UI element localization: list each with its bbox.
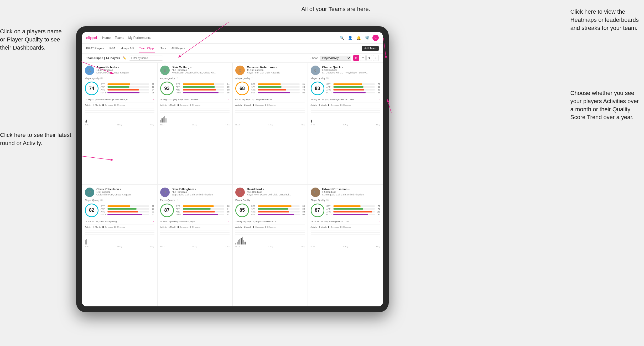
player-name[interactable]: Dave Billingham ● (172, 188, 230, 191)
add-team-button[interactable]: Add Team (362, 46, 379, 51)
player-name[interactable]: Cameron Robertson ● (247, 66, 305, 69)
player-card-3[interactable]: C Cameron Robertson ● 11.15 Handicap Roy… (232, 63, 308, 185)
activity-legend: On course Off course (102, 104, 125, 106)
arg-bar-container (333, 89, 375, 91)
latest-round-arrow: → (227, 220, 230, 223)
player-card-7[interactable]: D David Ford ● Plus Handicap Royal North… (232, 185, 308, 307)
user-icon[interactable]: 👤 (347, 35, 353, 41)
pq-circle[interactable]: 68 (235, 82, 249, 95)
player-header: C Charlie Quick ● 6.10 Handicap St. Geor… (311, 66, 380, 75)
pq-circle[interactable]: 85 (235, 204, 249, 217)
tab-pgat[interactable]: PGAT Players (86, 45, 104, 52)
tab-team-clippd[interactable]: Team Clippd (139, 45, 155, 52)
latest-round[interactable]: 02 Sep 23 | Sunset round to get back int… (85, 97, 154, 101)
settings-icon[interactable]: ⚙️ (364, 35, 370, 41)
chart-bar (311, 120, 312, 123)
player-card-4[interactable]: C Charlie Quick ● 6.10 Handicap St. Geor… (308, 63, 383, 185)
on-course-legend-label: On course (330, 104, 339, 106)
annotation-right2: Choose whether you seeyour players Activ… (570, 89, 639, 121)
player-avatar: A (85, 66, 94, 75)
player-card-8[interactable]: E Edward Crossman ● 1-5 Handicap Sunning… (308, 185, 383, 307)
search-input[interactable] (129, 56, 163, 61)
player-card-1[interactable]: A Aaron Nicholls ● 11.15 Handicap Drift … (82, 63, 157, 185)
pq-circle[interactable]: 87 (160, 204, 174, 217)
tab-hcaps[interactable]: Hcaps 1-5 (121, 45, 134, 52)
player-header: B Blair McHarg ● Plus Handicap Royal Nor… (160, 66, 230, 75)
tab-all-players[interactable]: All Players (172, 45, 185, 52)
putt-stat: PUTT 92 (326, 214, 380, 216)
latest-round[interactable]: 26 Aug 23 | 84 (+12), Royal North Devon … (235, 219, 305, 223)
pq-section[interactable]: 93 OTT 84 APP 85 ARG 88 PUT (160, 82, 230, 95)
ott-stat: OTT 77 (326, 83, 380, 85)
pq-section[interactable]: 83 OTT 77 APP 80 ARG 83 PUT (311, 82, 380, 95)
putt-bar-container (107, 92, 149, 93)
activity-legend: On course Off course (102, 226, 125, 228)
pq-section[interactable]: 68 OTT 61 APP 63 ARG 75 PUT (235, 82, 305, 95)
player-name[interactable]: Charlie Quick ● (322, 66, 380, 69)
app-label: APP (176, 86, 182, 88)
player-name[interactable]: David Ford ● (247, 188, 305, 191)
nav-my-performance[interactable]: My Performance (128, 35, 152, 41)
off-course-legend-dot (265, 104, 266, 106)
latest-round[interactable]: 26 Aug 23 73 (+1), Royal North Devon GC … (160, 97, 230, 101)
player-club: Drift Golf Club, United Kingdom (96, 71, 154, 74)
ott-stat: OTT 89 (251, 205, 305, 207)
search-icon[interactable]: 🔍 (339, 35, 345, 41)
player-card-5[interactable]: C Chris Robertson ● 1-5 Handicap Craigmi… (82, 185, 157, 307)
off-course-legend-label: Off course (342, 104, 351, 106)
player-name[interactable]: Edward Crossman ● (322, 188, 380, 191)
avatar-icon[interactable]: C (372, 35, 379, 41)
arg-bar (333, 89, 365, 91)
grid-view-button[interactable]: ⊞ (353, 55, 359, 61)
filter-button[interactable]: ▼ (366, 55, 372, 61)
view-icons: ⊞ ☰ ▼ ↕ (353, 55, 379, 61)
chart-date: 21 Aug (268, 246, 273, 248)
chart-area: 31 Jul21 Aug4 Sep (235, 107, 305, 119)
latest-round[interactable]: 18 Jul 23 | 74 (+4), Sunningdale GC - Ol… (311, 219, 380, 223)
verified-icon: ● (195, 188, 196, 190)
pq-section[interactable]: 87 OTT 73 APP 79 ARG 103 PU (311, 204, 380, 217)
on-course-legend-dot (102, 104, 104, 106)
pq-circle[interactable]: 82 (85, 204, 98, 217)
app-bar-container (333, 86, 375, 88)
putt-label: PUTT (251, 214, 257, 216)
latest-round[interactable]: 03 Mar 23 | 19, Must make putting → (85, 219, 154, 223)
brand-logo[interactable]: clippd (86, 35, 97, 40)
edit-team-icon[interactable]: ✏️ (123, 56, 126, 60)
latest-round[interactable]: 02 Jul 23 | 59 (+17), Craigmillar Park G… (235, 97, 305, 101)
chart-date: 4 Sep (301, 124, 305, 126)
sort-button[interactable]: ↕ (373, 55, 379, 61)
pq-section[interactable]: 87 OTT 82 APP 74 ARG 85 PUT (160, 204, 230, 217)
latest-round[interactable]: 04 Sep 23 | Mobility with coach, Gym → (160, 219, 230, 223)
player-card-2[interactable]: B Blair McHarg ● Plus Handicap Royal Nor… (157, 63, 233, 185)
pq-circle[interactable]: 74 (85, 82, 98, 95)
y-line (235, 232, 305, 233)
nav-teams[interactable]: Teams (115, 35, 124, 41)
nav-home[interactable]: Home (102, 35, 111, 41)
y-line (311, 112, 380, 113)
verified-icon: ● (118, 66, 119, 68)
show-select[interactable]: Player Activity Quality Score Trend (320, 56, 351, 61)
pq-circle[interactable]: 93 (160, 82, 174, 95)
on-course-legend-dot (178, 226, 179, 228)
pq-section[interactable]: 74 OTT 60 APP 58 ARG 84 PUT (85, 82, 154, 95)
pq-circle[interactable]: 83 (311, 82, 324, 95)
y-line (85, 112, 154, 113)
list-view-button[interactable]: ☰ (360, 55, 366, 61)
tab-pga[interactable]: PGA (110, 45, 116, 52)
ott-bar-container (107, 83, 149, 85)
pq-section[interactable]: 85 OTT 89 APP 80 ARG 83 PUT (235, 204, 305, 217)
pq-circle[interactable]: 87 (311, 204, 324, 217)
latest-round[interactable]: 07 Aug 23 | 77 (+7), St George's Hill GC… (311, 97, 380, 101)
off-course-legend-label: Off course (117, 226, 125, 228)
player-name[interactable]: Blair McHarg ● (172, 66, 230, 69)
pq-section[interactable]: 82 OTT 60 APP 77 ARG 81 PUT (85, 204, 154, 217)
tab-tour[interactable]: Tour (160, 45, 166, 52)
activity-label: Activity · 1 Month (160, 104, 176, 106)
chart-bar (237, 242, 238, 244)
player-name[interactable]: Aaron Nicholls ● (96, 66, 154, 69)
player-name[interactable]: Chris Robertson ● (96, 188, 154, 191)
latest-round-arrow: → (302, 98, 305, 101)
bell-icon[interactable]: 🔔 (356, 35, 361, 41)
player-card-6[interactable]: D Dave Billingham ● Plus Handicap Sag Ma… (157, 185, 233, 307)
